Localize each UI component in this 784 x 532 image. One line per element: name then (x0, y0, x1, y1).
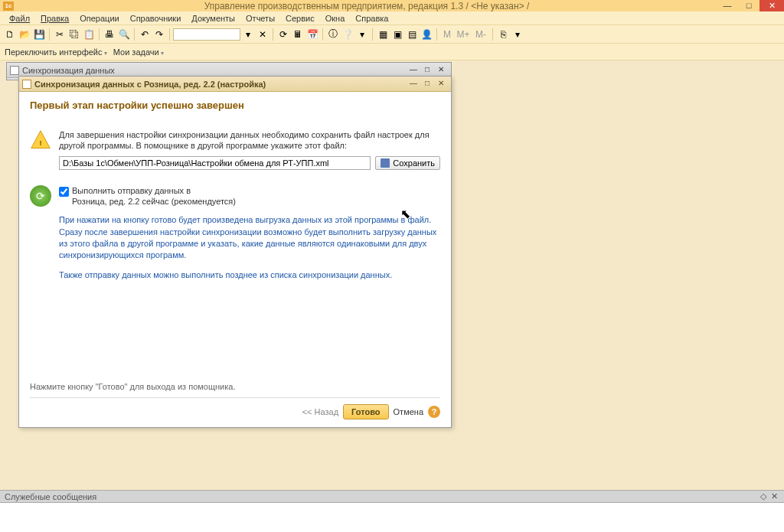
close-doc-icon[interactable]: ✕ (256, 28, 270, 41)
preview-icon[interactable]: 🔍 (117, 28, 131, 41)
paste-icon[interactable]: 📋 (82, 28, 96, 41)
warning-icon: ! (30, 129, 51, 151)
menu-reports[interactable]: Отчеты (241, 13, 279, 24)
separator (99, 28, 100, 41)
menu-docs[interactable]: Документы (187, 13, 240, 24)
tool1-icon[interactable]: ▦ (376, 28, 390, 41)
save-label: Сохранить (393, 158, 435, 168)
doc-icon (22, 80, 31, 89)
refresh-icon[interactable]: ⟳ (276, 28, 290, 41)
save-icon[interactable]: 💾 (32, 28, 46, 41)
panel1-title: Синхронизация данных (22, 66, 407, 75)
help-icon[interactable]: ❔ (341, 28, 354, 41)
separator (134, 28, 135, 41)
calendar-icon[interactable]: 📅 (305, 28, 319, 41)
open-icon[interactable]: 📂 (18, 28, 31, 41)
separator (436, 28, 437, 41)
m-button[interactable]: M (440, 28, 454, 41)
status-body (0, 503, 784, 532)
maximize-button[interactable]: □ (738, 0, 760, 11)
status-label: Служебные сообщения (5, 492, 96, 501)
wizard-heading: Первый этап настройки успешно завершен (30, 100, 440, 111)
menubar: Файл Правка Операции Справочники Докумен… (0, 11, 784, 25)
panel2-close-button[interactable]: ✕ (434, 79, 448, 90)
menu-edit[interactable]: Правка (36, 13, 74, 24)
mminus-button[interactable]: M- (472, 28, 489, 41)
menu-ops[interactable]: Операции (75, 13, 123, 24)
separator (169, 28, 170, 41)
settings-path-input[interactable] (59, 156, 371, 170)
disk-icon (381, 158, 390, 168)
send-now-label: Выполнить отправку данных вРозница, ред.… (72, 185, 236, 207)
sync-icon: ⟳ (30, 185, 51, 207)
cancel-button[interactable]: Отмена (394, 407, 423, 416)
wizard-desc: Для завершения настройки синхронизации д… (59, 129, 440, 152)
panel2-title: Синхронизация данных с Розница, ред. 2.2… (34, 80, 407, 89)
panel1-close-button[interactable]: ✕ (434, 65, 448, 76)
tool4-icon[interactable]: 👤 (420, 28, 433, 41)
app-titlebar: 1c Управление производственным предприят… (0, 0, 784, 11)
app-logo: 1c (3, 2, 14, 11)
cut-icon[interactable]: ✂ (53, 28, 67, 41)
subtoolbar: Переключить интерфейс Мои задачи (0, 44, 784, 60)
send-now-checkbox[interactable] (59, 187, 69, 197)
panel2-minimize-button[interactable]: — (407, 79, 420, 90)
dropdown3-icon[interactable]: ▾ (511, 28, 524, 41)
footer-hint: Нажмите кнопку "Готово" для выхода из по… (30, 382, 440, 391)
new-icon[interactable]: 🗋 (3, 28, 17, 41)
tool5-icon[interactable]: ⎘ (496, 28, 510, 41)
status-close-button[interactable]: ✕ (769, 491, 779, 501)
tool3-icon[interactable]: ▤ (405, 28, 419, 41)
menu-windows[interactable]: Окна (321, 13, 350, 24)
panel2-maximize-button[interactable]: □ (420, 79, 434, 90)
redo-icon[interactable]: ↷ (152, 28, 166, 41)
hint-text-2: Также отправку данных можно выполнить по… (59, 269, 440, 281)
svg-text:!: ! (39, 139, 41, 147)
dropdown-icon[interactable]: ▾ (241, 28, 255, 41)
toolbar: 🗋 📂 💾 ✂ ⿻ 📋 🖶 🔍 ↶ ↷ ▾ ✕ ⟳ 🖩 📅 ⓘ ❔ ▾ ▦ ▣ … (0, 25, 784, 44)
separator (492, 28, 493, 41)
info-icon[interactable]: ⓘ (326, 28, 340, 41)
my-tasks-link[interactable]: Мои задачи (113, 47, 164, 57)
separator (49, 28, 50, 41)
toolbar-search-input[interactable] (173, 28, 240, 41)
separator (372, 28, 373, 41)
status-expand-button[interactable]: ◇ (758, 491, 769, 501)
copy-icon[interactable]: ⿻ (67, 28, 81, 41)
statusbar: Служебные сообщения ◇ ✕ (0, 490, 784, 532)
menu-file[interactable]: Файл (5, 13, 34, 24)
menu-service[interactable]: Сервис (281, 13, 319, 24)
ready-button[interactable]: Готово (343, 404, 388, 419)
back-button[interactable]: << Назад (302, 407, 338, 416)
close-button[interactable]: ✕ (760, 0, 784, 11)
panel-sync-wizard: Синхронизация данных с Розница, ред. 2.2… (18, 76, 452, 428)
mplus-button[interactable]: M+ (455, 28, 472, 41)
app-title: Управление производственным предприятием… (17, 1, 717, 11)
print-icon[interactable]: 🖶 (103, 28, 116, 41)
separator (273, 28, 273, 41)
minimize-button[interactable]: — (717, 0, 738, 11)
hint-text-1: При нажатии на кнопку готово будет произ… (59, 214, 440, 262)
dropdown2-icon[interactable]: ▾ (355, 28, 369, 41)
calc-icon[interactable]: 🖩 (291, 28, 305, 41)
divider (30, 397, 440, 398)
undo-icon[interactable]: ↶ (138, 28, 152, 41)
panel1-maximize-button[interactable]: □ (420, 65, 434, 76)
switch-interface-link[interactable]: Переключить интерфейс (5, 47, 107, 57)
separator (322, 28, 323, 41)
panel2-titlebar[interactable]: Синхронизация данных с Розница, ред. 2.2… (19, 77, 451, 92)
doc-icon (10, 66, 19, 75)
tool2-icon[interactable]: ▣ (390, 28, 404, 41)
help-button[interactable]: ? (428, 406, 440, 418)
menu-refs[interactable]: Справочники (126, 13, 186, 24)
save-button[interactable]: Сохранить (375, 156, 440, 170)
menu-help[interactable]: Справка (351, 13, 393, 24)
workspace: Синхронизация данных — □ ✕ Синхронизация… (0, 60, 784, 490)
panel1-minimize-button[interactable]: — (407, 65, 420, 76)
